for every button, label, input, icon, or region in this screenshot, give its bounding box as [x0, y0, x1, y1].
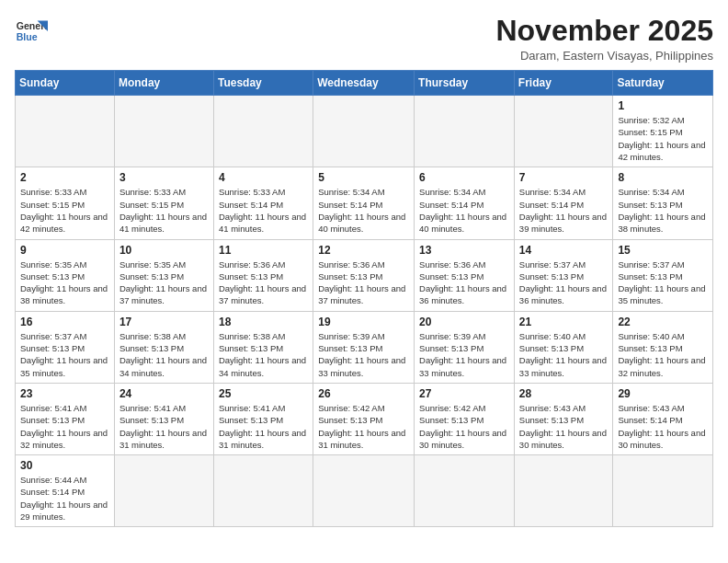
day-number: 26 [318, 387, 409, 400]
day-number: 17 [119, 316, 209, 328]
calendar-week-row: 23Sunrise: 5:41 AM Sunset: 5:13 PM Dayli… [16, 383, 713, 454]
table-row: 24Sunrise: 5:41 AM Sunset: 5:13 PM Dayli… [114, 383, 213, 454]
day-number: 9 [20, 244, 109, 257]
table-row: 28Sunrise: 5:43 AM Sunset: 5:13 PM Dayli… [514, 383, 613, 454]
table-row: 23Sunrise: 5:41 AM Sunset: 5:13 PM Dayli… [16, 383, 115, 454]
table-row: 13Sunrise: 5:36 AM Sunset: 5:13 PM Dayli… [415, 239, 515, 311]
day-info: Sunrise: 5:43 AM Sunset: 5:14 PM Dayligh… [618, 402, 708, 451]
table-row: 27Sunrise: 5:42 AM Sunset: 5:13 PM Dayli… [415, 383, 515, 454]
table-row [313, 96, 415, 167]
table-row: 4Sunrise: 5:33 AM Sunset: 5:14 PM Daylig… [213, 167, 313, 239]
day-info: Sunrise: 5:41 AM Sunset: 5:13 PM Dayligh… [119, 402, 209, 451]
header-monday: Monday [114, 71, 213, 96]
title-section: November 2025 Daram, Eastern Visayas, Ph… [495, 15, 713, 63]
day-number: 20 [419, 316, 509, 328]
table-row [415, 455, 515, 527]
table-row: 26Sunrise: 5:42 AM Sunset: 5:13 PM Dayli… [313, 383, 415, 454]
table-row [213, 455, 313, 527]
location: Daram, Eastern Visayas, Philippines [495, 49, 713, 63]
table-row [514, 455, 613, 527]
table-row: 2Sunrise: 5:33 AM Sunset: 5:15 PM Daylig… [16, 167, 115, 239]
table-row: 5Sunrise: 5:34 AM Sunset: 5:14 PM Daylig… [313, 167, 415, 239]
day-info: Sunrise: 5:38 AM Sunset: 5:13 PM Dayligh… [119, 330, 209, 379]
table-row: 16Sunrise: 5:37 AM Sunset: 5:13 PM Dayli… [16, 311, 115, 383]
table-row [114, 96, 213, 167]
day-info: Sunrise: 5:34 AM Sunset: 5:14 PM Dayligh… [419, 186, 509, 235]
month-title: November 2025 [495, 15, 713, 47]
table-row: 25Sunrise: 5:41 AM Sunset: 5:13 PM Dayli… [213, 383, 313, 454]
table-row: 30Sunrise: 5:44 AM Sunset: 5:14 PM Dayli… [16, 455, 115, 527]
table-row: 1Sunrise: 5:32 AM Sunset: 5:15 PM Daylig… [613, 96, 713, 167]
table-row: 11Sunrise: 5:36 AM Sunset: 5:13 PM Dayli… [213, 239, 313, 311]
calendar-week-row: 16Sunrise: 5:37 AM Sunset: 5:13 PM Dayli… [16, 311, 713, 383]
day-info: Sunrise: 5:41 AM Sunset: 5:13 PM Dayligh… [219, 402, 308, 451]
day-number: 25 [219, 387, 308, 400]
day-number: 15 [618, 244, 708, 257]
table-row [415, 96, 515, 167]
table-row [313, 455, 415, 527]
day-info: Sunrise: 5:33 AM Sunset: 5:15 PM Dayligh… [20, 186, 109, 235]
calendar-week-row: 1Sunrise: 5:32 AM Sunset: 5:15 PM Daylig… [16, 96, 713, 167]
header-thursday: Thursday [415, 71, 515, 96]
day-info: Sunrise: 5:34 AM Sunset: 5:14 PM Dayligh… [519, 186, 609, 235]
table-row: 20Sunrise: 5:39 AM Sunset: 5:13 PM Dayli… [415, 311, 515, 383]
day-number: 18 [219, 316, 308, 328]
table-row: 6Sunrise: 5:34 AM Sunset: 5:14 PM Daylig… [415, 167, 515, 239]
day-info: Sunrise: 5:39 AM Sunset: 5:13 PM Dayligh… [318, 330, 409, 379]
day-number: 19 [318, 316, 409, 328]
day-number: 16 [20, 316, 109, 328]
header-tuesday: Tuesday [213, 71, 313, 96]
day-number: 29 [618, 387, 708, 400]
day-info: Sunrise: 5:41 AM Sunset: 5:13 PM Dayligh… [20, 402, 109, 451]
table-row: 14Sunrise: 5:37 AM Sunset: 5:13 PM Dayli… [514, 239, 613, 311]
day-info: Sunrise: 5:37 AM Sunset: 5:13 PM Dayligh… [20, 330, 109, 379]
table-row: 9Sunrise: 5:35 AM Sunset: 5:13 PM Daylig… [16, 239, 115, 311]
day-info: Sunrise: 5:37 AM Sunset: 5:13 PM Dayligh… [618, 259, 708, 307]
day-number: 6 [419, 171, 509, 184]
day-number: 14 [519, 244, 609, 257]
svg-text:Blue: Blue [17, 31, 38, 42]
day-info: Sunrise: 5:36 AM Sunset: 5:13 PM Dayligh… [318, 259, 409, 307]
day-info: Sunrise: 5:40 AM Sunset: 5:13 PM Dayligh… [618, 330, 708, 379]
day-number: 23 [20, 387, 109, 400]
table-row [514, 96, 613, 167]
table-row [613, 455, 713, 527]
header: General Blue November 2025 Daram, Easter… [15, 15, 713, 63]
day-number: 1 [618, 99, 708, 112]
page-container: General Blue November 2025 Daram, Easter… [15, 15, 713, 527]
day-info: Sunrise: 5:36 AM Sunset: 5:13 PM Dayligh… [219, 259, 308, 307]
day-info: Sunrise: 5:40 AM Sunset: 5:13 PM Dayligh… [519, 330, 609, 379]
generalblue-logo-icon: General Blue [15, 15, 48, 48]
header-saturday: Saturday [613, 71, 713, 96]
day-info: Sunrise: 5:44 AM Sunset: 5:14 PM Dayligh… [20, 474, 109, 523]
day-number: 27 [419, 387, 509, 400]
day-info: Sunrise: 5:42 AM Sunset: 5:13 PM Dayligh… [419, 402, 509, 451]
table-row: 7Sunrise: 5:34 AM Sunset: 5:14 PM Daylig… [514, 167, 613, 239]
day-info: Sunrise: 5:34 AM Sunset: 5:13 PM Dayligh… [618, 186, 708, 235]
day-info: Sunrise: 5:37 AM Sunset: 5:13 PM Dayligh… [519, 259, 609, 307]
header-wednesday: Wednesday [313, 71, 415, 96]
day-number: 13 [419, 244, 509, 257]
day-number: 30 [20, 459, 109, 472]
day-info: Sunrise: 5:38 AM Sunset: 5:13 PM Dayligh… [219, 330, 308, 379]
day-info: Sunrise: 5:32 AM Sunset: 5:15 PM Dayligh… [618, 114, 708, 163]
day-number: 11 [219, 244, 308, 257]
table-row: 21Sunrise: 5:40 AM Sunset: 5:13 PM Dayli… [514, 311, 613, 383]
table-row: 18Sunrise: 5:38 AM Sunset: 5:13 PM Dayli… [213, 311, 313, 383]
day-number: 28 [519, 387, 609, 400]
logo: General Blue [15, 15, 48, 48]
table-row: 17Sunrise: 5:38 AM Sunset: 5:13 PM Dayli… [114, 311, 213, 383]
day-info: Sunrise: 5:35 AM Sunset: 5:13 PM Dayligh… [20, 259, 109, 307]
table-row [213, 96, 313, 167]
calendar-header-row: Sunday Monday Tuesday Wednesday Thursday… [16, 71, 713, 96]
calendar-week-row: 30Sunrise: 5:44 AM Sunset: 5:14 PM Dayli… [16, 455, 713, 527]
table-row [114, 455, 213, 527]
day-number: 7 [519, 171, 609, 184]
day-number: 4 [219, 171, 308, 184]
day-info: Sunrise: 5:36 AM Sunset: 5:13 PM Dayligh… [419, 259, 509, 307]
day-info: Sunrise: 5:43 AM Sunset: 5:13 PM Dayligh… [519, 402, 609, 451]
table-row: 15Sunrise: 5:37 AM Sunset: 5:13 PM Dayli… [613, 239, 713, 311]
table-row [16, 96, 115, 167]
table-row: 12Sunrise: 5:36 AM Sunset: 5:13 PM Dayli… [313, 239, 415, 311]
day-info: Sunrise: 5:42 AM Sunset: 5:13 PM Dayligh… [318, 402, 409, 451]
